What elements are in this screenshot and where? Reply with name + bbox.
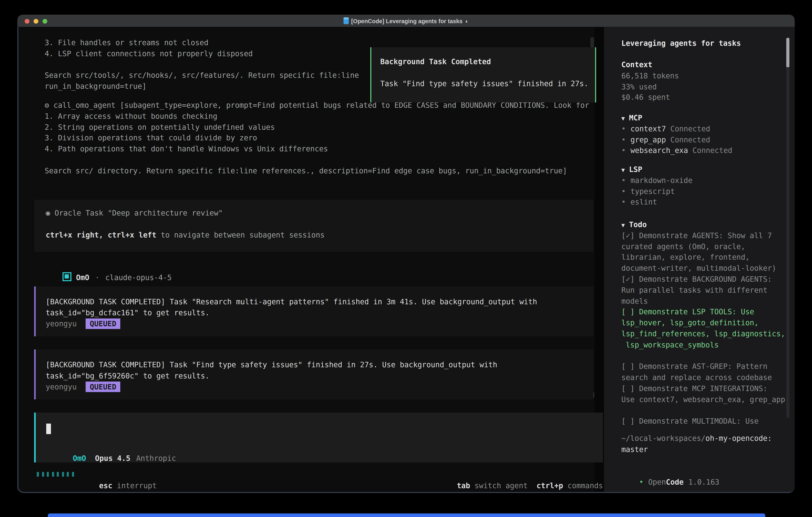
terminal-line: 3. File handles or streams not closed: [45, 37, 359, 48]
todo-line: [ ] Demonstrate LSP TOOLS: Use: [621, 307, 790, 318]
todo-line: Use context7, websearch_exa, grep_app: [621, 394, 790, 405]
chevron-down-icon: ▼: [621, 222, 625, 228]
todo-section-header[interactable]: ▼Todo: [621, 219, 790, 230]
lsp-name: typescript: [631, 187, 675, 195]
agent-name: OmO: [76, 273, 89, 281]
prompt-input[interactable]: OmOOpus 4.5Anthropic: [34, 413, 603, 463]
ctrl-p-label: commands: [568, 481, 603, 490]
input-model-row: OmOOpus 4.5Anthropic: [46, 442, 176, 453]
oracle-hint-line: ctrl+x right, ctrl+x left to navigate be…: [46, 229, 593, 241]
oracle-task-panel: ◉ Oracle Task "Deep architecture review"…: [34, 200, 593, 252]
window-title-wrap: [OpenCode] Leveraging agents for tasks ◐: [18, 15, 794, 27]
oracle-keys: ctrl+x right, ctrl+x left: [46, 230, 156, 239]
lsp-heading: LSP: [629, 165, 642, 173]
toast-title: Background Task Completed: [380, 56, 591, 67]
lsp-name: markdown-oxide: [631, 176, 693, 184]
background-window-edge: [48, 513, 765, 517]
lsp-section: ▼LSP •markdown-oxide •typescript •eslint: [621, 164, 693, 208]
sidebar-scrollbar-thumb[interactable]: [786, 38, 789, 67]
path-line: ~/local-workspaces/oh-my-opencode:: [621, 433, 772, 444]
mcp-status: Connected: [670, 124, 710, 133]
esc-label: interrupt: [117, 481, 157, 490]
titlebar[interactable]: [OpenCode] Leveraging agents for tasks ◐: [18, 15, 794, 27]
separator-dot: ·: [95, 273, 99, 281]
keybind-hints: tab switch agent ctrl+p commands: [439, 469, 603, 480]
todo-line: models: [621, 296, 790, 307]
queued-badge: QUEUED: [86, 318, 120, 329]
path-prefix: ~/local-workspaces/: [621, 434, 705, 442]
bullet-icon: •: [621, 198, 626, 206]
todo-item-pending: [ ] Demonstrate AST-GREP: Pattern search…: [621, 361, 790, 383]
text-cursor: [46, 424, 51, 434]
input-model-name: Opus 4.5: [95, 454, 130, 462]
bullet-icon: •: [621, 135, 626, 144]
agent-header: OmO·claude-opus-4-5: [45, 261, 172, 272]
todo-line: lsp_workspace_symbols: [621, 339, 790, 351]
mcp-name: context7: [631, 124, 666, 133]
main-scrollbar-top-thumb[interactable]: [590, 37, 594, 48]
toast-body: Task "Find type safety issues" finished …: [380, 78, 591, 89]
task-user: yeongyu: [46, 319, 77, 328]
agent-call-block: ⚙ call_omo_agent [subagent_type=explore,…: [45, 100, 589, 176]
half-circle-icon: ◐: [465, 18, 468, 24]
document-icon: [343, 18, 348, 24]
terminal-line-blank: [45, 59, 359, 70]
input-agent-name: OmO: [73, 454, 86, 462]
todo-line: lsp_find_references, lsp_diagnostics,: [621, 328, 790, 339]
todo-item-pending: [ ] Demonstrate MCP INTEGRATIONS: Use co…: [621, 383, 790, 405]
app-version: 1.0.163: [688, 478, 719, 486]
bullet-icon: •: [621, 187, 626, 195]
oracle-blank: [46, 219, 593, 229]
esc-key: esc: [99, 481, 112, 490]
agent-call-item: 4. Path operations that don't handle Win…: [45, 143, 589, 155]
tab-key: tab: [457, 481, 470, 490]
mcp-heading: MCP: [629, 113, 642, 122]
window-title: [OpenCode] Leveraging agents for tasks: [351, 18, 463, 24]
todo-line: [✓] Demonstrate AGENTS: Show all 7: [621, 230, 790, 241]
task-meta: yeongyu QUEUED: [46, 318, 593, 329]
oracle-title: Oracle Task "Deep architecture review": [55, 209, 223, 217]
mcp-section-header[interactable]: ▼MCP: [621, 113, 732, 124]
ctrl-p-key: ctrl+p: [536, 481, 563, 490]
session-title: Leveraging agents for tasks: [621, 38, 741, 49]
todo-line: search and replace across codebase: [621, 372, 790, 383]
todo-line: curated agents (OmO, oracle,: [621, 241, 790, 252]
todo-item-done: [✓] Demonstrate AGENTS: Show all 7 curat…: [621, 230, 790, 274]
terminal-line-blank: [45, 155, 589, 166]
esc-hint: esc interrupt: [81, 469, 157, 480]
lsp-item: •eslint: [621, 197, 693, 208]
mcp-item: •context7 Connected: [621, 124, 732, 134]
todo-item-done: [✓] Demonstrate BACKGROUND AGENTS: Run p…: [621, 274, 790, 307]
lsp-item: •typescript: [621, 186, 693, 197]
mcp-item: •websearch_exa Connected: [621, 145, 732, 156]
terminal-line: 4. LSP client connections not properly d…: [45, 48, 359, 59]
lsp-section-header[interactable]: ▼LSP: [621, 164, 693, 175]
status-dot-icon: •: [639, 478, 643, 486]
context-tokens: 66,518 tokens: [621, 71, 679, 81]
oracle-title-line: ◉ Oracle Task "Deep architecture review": [46, 208, 593, 219]
record-circle-icon: ◉: [46, 209, 50, 217]
task-meta: yeongyu QUEUED: [46, 381, 593, 392]
workspace-path: ~/local-workspaces/oh-my-opencode: maste…: [621, 433, 772, 455]
task-line2: task_id="bg_6f59260c" to get results.: [46, 371, 593, 381]
version-row: •OpenCode1.0.163: [621, 466, 720, 477]
task-line1: [BACKGROUND TASK COMPLETED] Task "Resear…: [46, 297, 593, 307]
bullet-icon: •: [621, 146, 626, 155]
todo-line: lsp_hover, lsp_goto_definition,: [621, 318, 790, 328]
context-used: 33% used: [621, 81, 679, 92]
mcp-name: grep_app: [631, 135, 666, 144]
agent-call-item: 2. String operations on potentially unde…: [45, 122, 589, 133]
bullet-icon: •: [621, 176, 626, 184]
mcp-status: Connected: [670, 135, 710, 144]
lsp-item: •markdown-oxide: [621, 175, 693, 186]
agent-call-item: 3. Division operations that could divide…: [45, 133, 589, 143]
app-name-dim: Open: [648, 478, 666, 486]
tab-label: switch agent: [474, 481, 528, 490]
task-line1: [BACKGROUND TASK COMPLETED] Task "Find t…: [46, 359, 593, 371]
chevron-down-icon: ▼: [621, 115, 625, 122]
todo-heading: Todo: [629, 220, 647, 228]
app-name-bold: Code: [666, 478, 684, 486]
context-section: Context 66,518 tokens 33% used $0.46 spe…: [621, 59, 679, 103]
toast-blank: [380, 67, 591, 78]
mcp-item: •grep_app Connected: [621, 134, 732, 145]
